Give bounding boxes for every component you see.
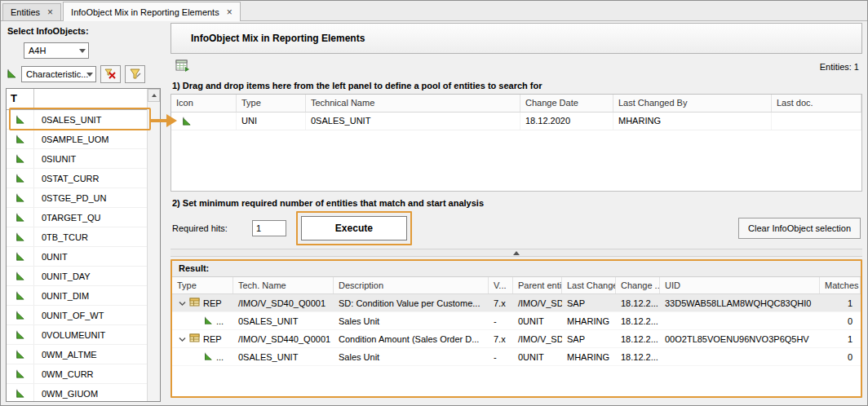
clear-filter-button[interactable] <box>100 65 121 83</box>
close-icon[interactable]: × <box>47 8 53 16</box>
column-header[interactable]: Tech. Name <box>233 277 334 293</box>
table-row[interactable]: UNI 0SALES_UNIT 18.12.2020 MHARING <box>171 113 861 130</box>
list-item[interactable]: 0WM_CURR <box>7 364 147 384</box>
cell-version: 7.x <box>489 298 513 308</box>
cell-change-date: 18.12.2... <box>616 352 660 362</box>
list-rows: 0SALES_UNIT 0SAMPLE_UOM 0SIUNIT 0STAT_CU… <box>7 110 147 402</box>
chevron-down-icon[interactable] <box>83 67 95 82</box>
column-header[interactable]: UID <box>660 277 820 293</box>
cell-matches: 0 <box>820 352 861 362</box>
list-item[interactable]: 0UNIT <box>7 247 147 267</box>
infoobject-label: 0UNIT_OF_WT <box>42 311 104 320</box>
column-header[interactable]: Type <box>237 95 306 112</box>
cell-tech-name: /IMO/V_SD40_Q0001 <box>233 298 334 308</box>
chevron-down-icon[interactable] <box>76 43 88 58</box>
cell-change-date: 18.12.2... <box>616 334 660 344</box>
cell-matches: 0 <box>820 316 861 326</box>
list-item[interactable]: 0TARGET_QU <box>7 208 147 227</box>
cell-description: SD: Condition Value per Custome... <box>334 298 489 308</box>
cell-last-changed: SAP <box>562 298 616 308</box>
tab-bar: Entities × InfoObject Mix in Reporting E… <box>1 1 867 21</box>
column-header[interactable]: Type <box>172 277 233 293</box>
column-header[interactable]: Technical Name <box>306 95 520 112</box>
list-item[interactable]: 0UNIT_OF_WT <box>7 306 147 325</box>
list-item[interactable]: 0TB_TCUR <box>7 227 147 247</box>
column-header[interactable]: Last doc. <box>772 95 861 112</box>
column-header[interactable]: Change Date <box>520 95 613 112</box>
column-header[interactable]: Last Changed By <box>613 95 772 112</box>
column-header[interactable]: Icon <box>171 95 237 112</box>
column-header[interactable]: Parent entity <box>513 277 562 293</box>
cell-matches: 1 <box>820 334 861 344</box>
required-hits-label: Required hits: <box>172 223 228 233</box>
infoobject-label: 0TB_TCUR <box>42 232 88 242</box>
cell-last-changed: MHARING <box>562 352 616 362</box>
cell-type: REP <box>203 298 222 308</box>
list-item[interactable]: 0VOLUMEUNIT <box>7 325 147 345</box>
list-item[interactable]: 0SIUNIT <box>7 149 147 169</box>
infoobject-type-row: Characteristic... <box>6 65 161 83</box>
column-header[interactable]: V... <box>489 277 513 293</box>
cell-version: - <box>489 316 513 326</box>
characteristic-icon <box>7 227 34 246</box>
characteristic-icon <box>7 286 34 305</box>
list-item[interactable]: 0SALES_UNIT <box>7 110 147 130</box>
clear-infoobject-selection-button[interactable]: Clear InfoObject selection <box>738 218 861 239</box>
characteristic-icon <box>7 149 34 168</box>
scrollbar[interactable] <box>147 89 160 401</box>
list-item[interactable]: 0STAT_CURR <box>7 169 147 188</box>
list-item[interactable]: 0UNIT_DIM <box>7 286 147 306</box>
cell-matches: 1 <box>820 298 861 308</box>
tab-infoobject-mix[interactable]: InfoObject Mix in Reporting Elements × <box>63 2 241 21</box>
list-item[interactable]: 0STGE_PD_UN <box>7 188 147 208</box>
chevron-down-icon[interactable] <box>179 298 186 308</box>
list-item[interactable]: 0UNIT_DAY <box>7 267 147 286</box>
execute-highlight-box: Execute <box>296 211 412 245</box>
tab-entities[interactable]: Entities × <box>2 3 61 20</box>
cell-uid: 00O2TL85VOENU96NVO3P6Q5HV <box>660 334 820 344</box>
splitter[interactable] <box>170 249 862 257</box>
section2-heading: 2) Set minimum required number of entiti… <box>172 198 862 208</box>
column-header[interactable]: Change ... <box>616 277 660 293</box>
infoobject-label: 0STGE_PD_UN <box>42 193 106 203</box>
cell-tech-name: /IMO/V_SD440_Q0001 <box>233 334 334 344</box>
column-header[interactable]: Last Change... <box>562 277 616 293</box>
list-item[interactable]: 0SAMPLE_UOM <box>7 130 147 149</box>
export-table-icon[interactable] <box>175 60 190 74</box>
cell-type: ... <box>216 316 224 326</box>
required-hits-input[interactable] <box>252 220 286 236</box>
analysis-controls: Required hits: Execute Clear InfoObject … <box>170 210 862 247</box>
result-panel: Result: Type Tech. Name Description V...… <box>170 259 862 398</box>
cell-last-changed-by: MHARING <box>613 113 772 130</box>
column-header[interactable]: Matches <box>820 277 861 293</box>
column-header[interactable]: Description <box>334 277 489 293</box>
cell-uid: 33D5WAB58LLAM8WQHQC83QHI0 <box>660 298 820 308</box>
close-icon[interactable]: × <box>227 8 232 16</box>
result-row[interactable]: REP /IMO/V_SD440_Q0001 Condition Amount … <box>172 330 861 348</box>
infoobject-label: 0VOLUMEUNIT <box>42 330 105 340</box>
system-select[interactable]: A4H <box>24 42 89 59</box>
cell-type: UNI <box>237 113 306 130</box>
report-icon <box>189 297 200 309</box>
characteristic-icon <box>7 384 34 402</box>
cell-type: REP <box>203 334 222 344</box>
scroll-up-button[interactable] <box>148 89 160 102</box>
characteristic-icon <box>7 345 34 364</box>
result-row[interactable]: ... 0SALES_UNIT Sales Unit - 0UNIT MHARI… <box>172 348 861 366</box>
infoobject-label: 0TARGET_QU <box>42 213 101 223</box>
characteristic-icon <box>7 325 34 344</box>
filter-button[interactable] <box>125 65 145 83</box>
result-row[interactable]: REP /IMO/V_SD40_Q0001 SD: Condition Valu… <box>172 294 861 312</box>
execute-button[interactable]: Execute <box>301 216 407 241</box>
cell-last-changed: MHARING <box>562 316 616 326</box>
cell-change-date: 18.12.2... <box>616 298 660 308</box>
list-header-type-column[interactable]: T <box>7 89 34 109</box>
list-item[interactable]: 0WM_ALTME <box>7 345 147 364</box>
result-row[interactable]: ... 0SALES_UNIT Sales Unit - 0UNIT MHARI… <box>172 312 861 330</box>
type-select[interactable]: Characteristic... <box>21 66 96 82</box>
splitter-collapse-icon[interactable] <box>513 251 520 255</box>
chevron-down-icon[interactable] <box>179 334 186 344</box>
system-select-value: A4H <box>29 46 46 55</box>
list-item[interactable]: 0WM_GIUOM <box>7 384 147 402</box>
infoobject-label: 0SALES_UNIT <box>42 115 101 125</box>
